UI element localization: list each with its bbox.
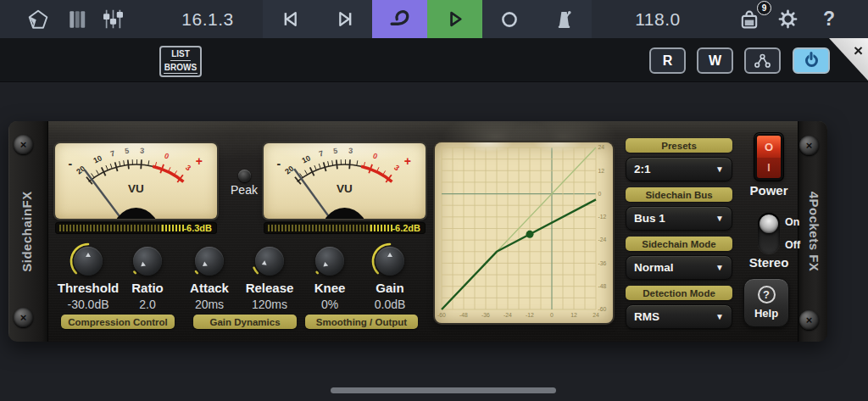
knob-value: 0% — [321, 298, 338, 311]
tempo-display[interactable]: 118.0 — [615, 0, 700, 38]
svg-text:20: 20 — [283, 164, 295, 176]
selector-dropdown[interactable]: RMS ▼ — [626, 304, 732, 329]
metronome-icon — [553, 8, 576, 31]
level-bar-input: -6.3dB — [55, 222, 217, 234]
skip-back-icon — [279, 8, 302, 31]
knob-pointer-icon — [261, 261, 267, 267]
knob-dial[interactable] — [133, 247, 162, 276]
svg-text:-12: -12 — [526, 312, 534, 318]
svg-text:-24: -24 — [504, 312, 512, 318]
svg-text:VU: VU — [337, 182, 353, 195]
list-label: LIST — [170, 49, 191, 61]
time-position-display[interactable]: 16.1.3 — [158, 0, 258, 38]
plugin-power-button[interactable] — [793, 47, 830, 74]
horizontal-scrollbar[interactable] — [331, 387, 556, 393]
knob-value: 120ms — [252, 298, 287, 311]
knob-unit: Gain 0.0dB — [351, 242, 429, 311]
chevron-down-icon: ▼ — [715, 214, 724, 223]
gem-icon — [27, 8, 49, 31]
meter-value-output: -6.2dB — [392, 223, 420, 233]
power-label: Power — [736, 183, 802, 198]
stereo-toggle-knob — [760, 214, 778, 233]
screw-icon: × — [14, 135, 33, 154]
list-browse-toggle[interactable]: LIST BROWS — [159, 46, 202, 77]
skip-to-start-button[interactable] — [263, 0, 318, 38]
vu-meter-input: 201075303-+VU — [55, 143, 217, 219]
knob-dial[interactable] — [315, 247, 344, 276]
group-label-compression: Compression Control — [61, 315, 175, 329]
screw-icon: × — [799, 310, 819, 330]
svg-text:-48: -48 — [598, 283, 607, 289]
knob-pointer-icon — [202, 262, 209, 269]
plugin-help-button[interactable]: ? Help — [743, 278, 789, 327]
knob-label: Attack — [190, 281, 229, 296]
svg-text:10: 10 — [300, 153, 311, 164]
chevron-down-icon: ▼ — [715, 312, 724, 321]
svg-text:-24: -24 — [598, 237, 607, 242]
selector-dropdown[interactable]: Bus 1 ▼ — [626, 206, 732, 231]
svg-text:+: + — [404, 154, 411, 168]
automation-nodes-button[interactable] — [744, 47, 781, 74]
svg-text:5: 5 — [333, 147, 338, 155]
loop-button[interactable] — [372, 0, 427, 38]
vu-meter-face: 201075303-+VU — [55, 143, 217, 219]
skip-to-end-button[interactable] — [318, 0, 373, 38]
level-bar-output: -6.2dB — [264, 222, 426, 234]
svg-text:-12: -12 — [598, 214, 607, 220]
compression-curve-panel[interactable]: -60-48-36-24-120122424120-12-24-36-48-60 — [435, 142, 613, 323]
transport-controls — [263, 0, 592, 38]
piano-keys-icon — [66, 8, 88, 31]
svg-text:+: + — [196, 154, 203, 168]
keys-view-button[interactable] — [59, 0, 95, 38]
selector-group: Sidechain Mode Normal ▼ — [626, 237, 732, 280]
help-button-topbar[interactable]: ? — [810, 0, 848, 38]
svg-text:-60: -60 — [598, 306, 607, 312]
close-icon: × — [854, 42, 863, 58]
svg-text:-36: -36 — [598, 260, 607, 266]
store-button[interactable]: 9 — [732, 0, 767, 38]
chevron-down-icon: ▼ — [715, 263, 724, 272]
selector-value: Bus 1 — [634, 212, 665, 225]
app-root: 16.1.3 — [0, 0, 868, 401]
svg-text:0: 0 — [164, 151, 170, 160]
selector-value: RMS — [634, 310, 659, 323]
write-automation-button[interactable]: W — [697, 47, 733, 74]
knob-dial[interactable] — [74, 247, 103, 276]
record-button[interactable] — [482, 0, 537, 38]
knob-dial[interactable] — [255, 247, 284, 276]
selector-dropdown[interactable]: Normal ▼ — [626, 255, 732, 280]
stereo-toggle[interactable] — [758, 213, 780, 253]
help-label: Help — [754, 307, 778, 320]
play-button[interactable] — [427, 0, 482, 38]
svg-text:12: 12 — [598, 168, 605, 174]
metronome-button[interactable] — [537, 0, 592, 38]
gear-icon — [776, 8, 799, 31]
svg-text:3: 3 — [392, 163, 401, 172]
knob-pointer-icon — [140, 262, 147, 269]
svg-text:0: 0 — [550, 312, 554, 318]
svg-text:24: 24 — [598, 144, 605, 150]
knob-value: 2.0 — [139, 298, 155, 311]
group-label-smoothing: Smoothing / Output — [305, 315, 418, 329]
knob-pointer-icon — [322, 262, 329, 269]
settings-button[interactable] — [770, 0, 805, 38]
knob-dial[interactable] — [195, 247, 224, 276]
selector-group: Sidechain Bus Bus 1 ▼ — [626, 187, 732, 231]
peak-led — [238, 170, 251, 182]
svg-text:3: 3 — [348, 147, 353, 155]
svg-text:0: 0 — [598, 191, 602, 197]
skip-forward-icon — [334, 8, 357, 31]
knob-dial[interactable] — [376, 247, 404, 276]
selector-dropdown[interactable]: 2:1 ▼ — [626, 157, 732, 181]
power-switch[interactable]: O I — [754, 133, 783, 181]
mixer-view-button[interactable] — [95, 0, 131, 38]
svg-text:3: 3 — [140, 147, 145, 155]
power-off-half: O — [757, 136, 781, 158]
svg-text:-: - — [68, 157, 72, 170]
media-library-button[interactable] — [20, 0, 56, 38]
selector-group: Detection Mode RMS ▼ — [626, 286, 732, 329]
screw-icon: × — [14, 308, 33, 327]
stereo-on-label: On — [785, 216, 799, 228]
knob-value: 20ms — [195, 298, 224, 311]
read-automation-button[interactable]: R — [649, 47, 686, 74]
